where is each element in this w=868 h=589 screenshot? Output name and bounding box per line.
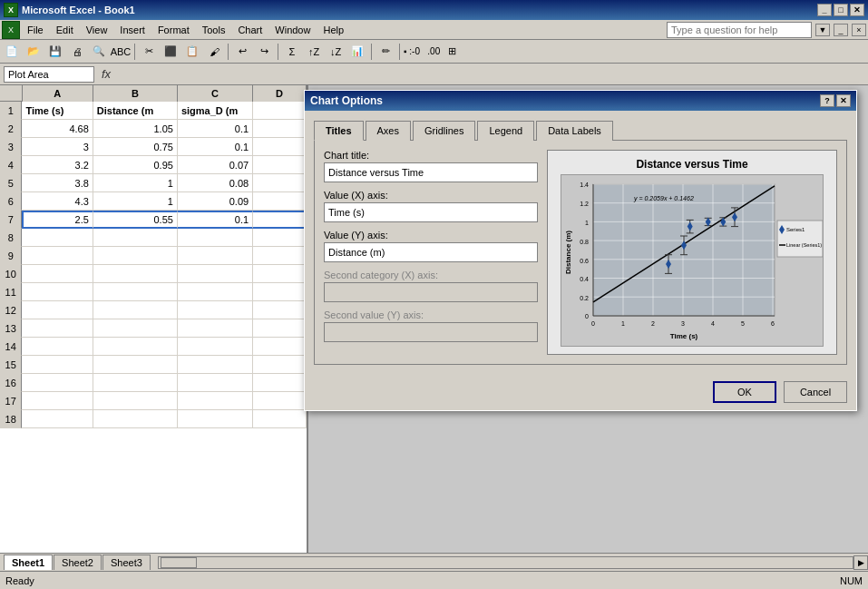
cell-b15[interactable]: [93, 356, 178, 374]
cell-d10[interactable]: [253, 265, 307, 283]
cell-a11[interactable]: [22, 283, 93, 301]
app-restore-button[interactable]: _: [834, 24, 848, 36]
sheet-tab-sheet2[interactable]: Sheet2: [54, 555, 102, 570]
drawing-button[interactable]: ✏: [375, 42, 395, 62]
minimize-button[interactable]: _: [817, 4, 832, 16]
cell-a2[interactable]: 4.68: [22, 120, 93, 138]
cell-c1[interactable]: sigma_D (m: [178, 102, 253, 120]
cell-b6[interactable]: 1: [93, 192, 178, 211]
cell-b10[interactable]: [93, 265, 178, 283]
menu-format[interactable]: Format: [152, 23, 195, 37]
cell-b17[interactable]: [93, 392, 178, 410]
cell-a16[interactable]: [22, 374, 93, 392]
cell-d16[interactable]: [253, 374, 307, 392]
print-preview-button[interactable]: 🔍: [89, 42, 109, 62]
cell-b4[interactable]: 0.95: [93, 156, 178, 174]
cell-b9[interactable]: [93, 247, 178, 265]
cell-d5[interactable]: [253, 174, 307, 192]
cancel-button[interactable]: Cancel: [784, 381, 847, 403]
cell-a10[interactable]: [22, 265, 93, 283]
undo-button[interactable]: ↩: [232, 42, 252, 62]
copy-button[interactable]: ⬛: [161, 42, 180, 62]
cell-b7[interactable]: 0.55: [93, 211, 178, 229]
tab-data-labels[interactable]: Data Labels: [536, 121, 613, 141]
cell-a15[interactable]: [22, 356, 93, 374]
print-button[interactable]: 🖨: [67, 42, 87, 62]
dialog-close-button[interactable]: ✕: [836, 94, 851, 107]
cell-c18[interactable]: [178, 410, 253, 428]
zoom-control[interactable]: ▪ :-0 .00: [404, 46, 440, 56]
chart-title-input[interactable]: [324, 162, 538, 182]
cell-a18[interactable]: [22, 410, 93, 428]
cell-b2[interactable]: 1.05: [93, 120, 178, 138]
redo-button[interactable]: ↪: [254, 42, 274, 62]
cell-b16[interactable]: [93, 374, 178, 392]
y-axis-input[interactable]: [324, 242, 538, 262]
menu-file[interactable]: File: [22, 23, 49, 37]
menu-chart[interactable]: Chart: [232, 23, 268, 37]
cell-b3[interactable]: 0.75: [93, 138, 178, 156]
cell-b14[interactable]: [93, 338, 178, 356]
menu-view[interactable]: View: [81, 23, 113, 37]
cell-a9[interactable]: [22, 247, 93, 265]
cell-d4[interactable]: [253, 156, 307, 174]
cell-d7[interactable]: [253, 211, 307, 229]
save-button[interactable]: 💾: [45, 42, 65, 62]
scroll-right-btn[interactable]: ▶: [853, 555, 868, 570]
cell-a14[interactable]: [22, 338, 93, 356]
cell-d12[interactable]: [253, 301, 307, 319]
tab-legend[interactable]: Legend: [477, 121, 534, 141]
cell-b12[interactable]: [93, 301, 178, 319]
dialog-help-button[interactable]: ?: [820, 94, 834, 107]
cell-d2[interactable]: [253, 120, 307, 138]
cell-a7[interactable]: 2.5: [22, 211, 93, 229]
cell-d17[interactable]: [253, 392, 307, 410]
menu-edit[interactable]: Edit: [51, 23, 79, 37]
cell-a13[interactable]: [22, 319, 93, 338]
help-search-input[interactable]: [667, 22, 812, 38]
menu-tools[interactable]: Tools: [197, 23, 231, 37]
cell-c9[interactable]: [178, 247, 253, 265]
cell-c6[interactable]: 0.09: [178, 192, 253, 211]
tab-axes[interactable]: Axes: [366, 121, 411, 141]
x-axis-input[interactable]: [324, 202, 538, 222]
cell-b5[interactable]: 1: [93, 174, 178, 192]
sheet-tab-sheet3[interactable]: Sheet3: [102, 555, 151, 570]
cell-a3[interactable]: 3: [22, 138, 93, 156]
new-button[interactable]: 📄: [2, 42, 22, 62]
cell-d15[interactable]: [253, 356, 307, 374]
cell-d13[interactable]: [253, 319, 307, 338]
cell-b1[interactable]: Distance (m: [93, 102, 178, 120]
grid-button[interactable]: ⊞: [442, 42, 462, 62]
cell-d3[interactable]: [253, 138, 307, 156]
close-button[interactable]: ✕: [850, 4, 864, 16]
cell-d18[interactable]: [253, 410, 307, 428]
cell-d14[interactable]: [253, 338, 307, 356]
cell-c16[interactable]: [178, 374, 253, 392]
cell-c5[interactable]: 0.08: [178, 174, 253, 192]
help-go-button[interactable]: ▼: [815, 24, 830, 36]
cell-c13[interactable]: [178, 319, 253, 338]
cell-c12[interactable]: [178, 301, 253, 319]
cell-c15[interactable]: [178, 356, 253, 374]
format-painter-button[interactable]: 🖌: [204, 42, 224, 62]
maximize-button[interactable]: □: [834, 4, 848, 16]
sheet-tab-sheet1[interactable]: Sheet1: [4, 555, 53, 570]
tab-gridlines[interactable]: Gridlines: [413, 121, 475, 141]
cell-a17[interactable]: [22, 392, 93, 410]
cut-button[interactable]: ✂: [139, 42, 159, 62]
sort-asc-button[interactable]: ↑Z: [304, 42, 324, 62]
tab-titles[interactable]: Titles: [314, 121, 364, 141]
cell-a12[interactable]: [22, 301, 93, 319]
menu-insert[interactable]: Insert: [114, 23, 151, 37]
cell-d8[interactable]: [253, 229, 307, 247]
cell-c8[interactable]: [178, 229, 253, 247]
sort-desc-button[interactable]: ↓Z: [326, 42, 346, 62]
menu-help[interactable]: Help: [317, 23, 349, 37]
spellcheck-button[interactable]: ABC: [111, 42, 131, 62]
cell-b8[interactable]: [93, 229, 178, 247]
cell-c4[interactable]: 0.07: [178, 156, 253, 174]
autosum-button[interactable]: Σ: [282, 42, 302, 62]
cell-d6[interactable]: [253, 192, 307, 211]
cell-b13[interactable]: [93, 319, 178, 338]
